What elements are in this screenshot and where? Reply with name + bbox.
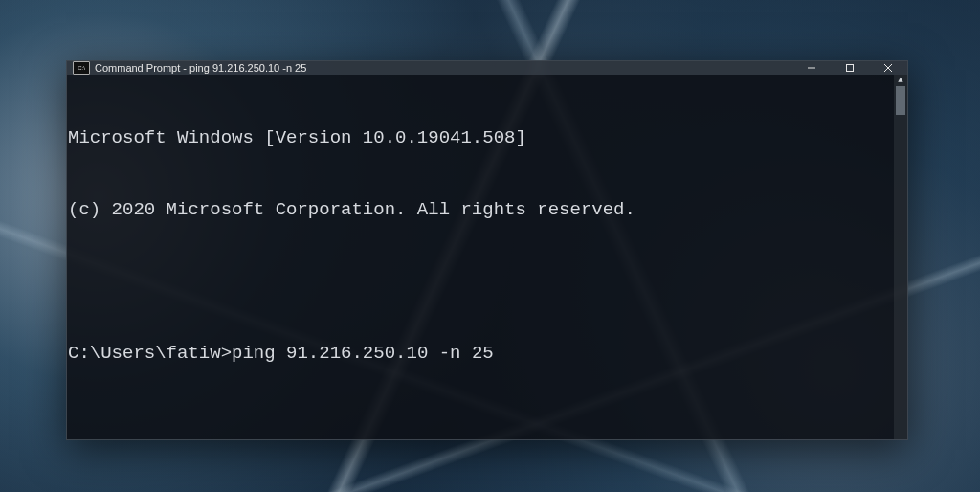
prompt-path: C:\Users\fatiw bbox=[68, 343, 221, 364]
cmd-icon-glyph: C:\ bbox=[78, 65, 85, 71]
svg-rect-1 bbox=[847, 65, 854, 72]
scrollbar-up-icon[interactable]: ▲ bbox=[894, 75, 907, 86]
minimize-icon bbox=[807, 63, 816, 73]
banner-copyright: (c) 2020 Microsoft Corporation. All righ… bbox=[68, 198, 900, 222]
prompt-line: C:\Users\fatiw>ping 91.216.250.10 -n 25 bbox=[68, 342, 900, 366]
command-prompt-window: C:\ Command Prompt - ping 91.216.250.10 … bbox=[66, 60, 908, 440]
close-icon bbox=[883, 63, 893, 73]
titlebar[interactable]: C:\ Command Prompt - ping 91.216.250.10 … bbox=[67, 61, 907, 75]
prompt-symbol: > bbox=[221, 343, 232, 364]
terminal-output: Microsoft Windows [Version 10.0.19041.50… bbox=[67, 78, 900, 439]
maximize-icon bbox=[845, 63, 855, 73]
cmd-icon: C:\ bbox=[73, 61, 90, 75]
banner-version: Microsoft Windows [Version 10.0.19041.50… bbox=[68, 126, 900, 150]
prompt-command: ping 91.216.250.10 -n 25 bbox=[232, 343, 494, 364]
close-button[interactable] bbox=[869, 61, 907, 75]
window-title: Command Prompt - ping 91.216.250.10 -n 2… bbox=[95, 62, 306, 74]
window-controls bbox=[792, 61, 907, 75]
maximize-button[interactable] bbox=[831, 61, 869, 75]
terminal-body[interactable]: ▲ Microsoft Windows [Version 10.0.19041.… bbox=[67, 75, 907, 439]
minimize-button[interactable] bbox=[792, 61, 831, 75]
desktop-wallpaper: C:\ Command Prompt - ping 91.216.250.10 … bbox=[0, 0, 980, 492]
blank-line bbox=[68, 270, 900, 294]
blank-line bbox=[68, 414, 900, 437]
scrollbar-thumb[interactable] bbox=[896, 86, 905, 115]
scrollbar[interactable]: ▲ bbox=[894, 75, 907, 439]
